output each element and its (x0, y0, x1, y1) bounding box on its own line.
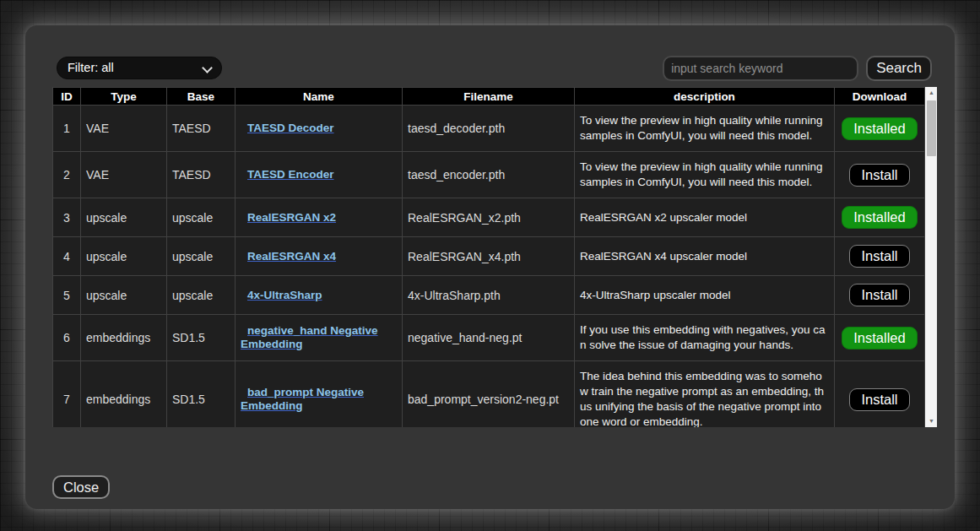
col-header-name: Name (236, 88, 403, 106)
table-row: 2VAETAESDTAESD Encodertaesd_encoder.pthT… (53, 152, 925, 198)
search-button[interactable]: Search (866, 56, 932, 81)
cell-base: TAESD (167, 152, 236, 198)
cell-name: 4x-UltraSharp (236, 276, 403, 315)
table-body: 1VAETAESDTAESD Decodertaesd_decoder.pthT… (53, 106, 925, 428)
cell-description: RealESRGAN x4 upscaler model (575, 237, 835, 276)
cell-name: RealESRGAN x4 (236, 237, 403, 276)
cell-description: 4x-UltraSharp upscaler model (575, 276, 835, 315)
installed-button[interactable]: Installed (842, 206, 917, 229)
cell-type: embeddings (81, 361, 167, 428)
cell-download: Installed (835, 106, 925, 152)
cell-description: To view the preview in high quality whil… (575, 152, 835, 198)
table-scrollbar[interactable]: ▲ ▼ (925, 87, 937, 427)
cell-base: upscale (167, 198, 236, 237)
cell-description: If you use this embedding with negatives… (575, 315, 835, 361)
table-row: 6embeddingsSD1.5negative_hand Negative E… (53, 315, 925, 361)
cell-description: To view the preview in high quality whil… (575, 106, 835, 152)
install-models-dialog: Filter: all Search ID Type Base Name Fil… (25, 25, 955, 509)
model-name-link[interactable]: negative_hand Negative Embedding (241, 324, 378, 350)
table-row: 3upscaleupscaleRealESRGAN x2RealESRGAN_x… (53, 198, 925, 237)
search-group: Search (663, 56, 932, 81)
cell-id: 6 (53, 315, 81, 361)
model-name-link[interactable]: TAESD Decoder (247, 122, 334, 134)
cell-description: The idea behind this embedding was to so… (575, 361, 835, 428)
model-name-link[interactable]: TAESD Encoder (247, 168, 334, 181)
table-row: 7embeddingsSD1.5bad_prompt Negative Embe… (53, 361, 925, 428)
cell-name: RealESRGAN x2 (236, 198, 403, 237)
cell-download: Install (835, 361, 925, 428)
cell-download: Installed (835, 315, 925, 361)
search-input[interactable] (663, 56, 858, 81)
models-table-container: ID Type Base Name Filename description D… (52, 87, 937, 427)
cell-name: bad_prompt Negative Embedding (236, 361, 403, 428)
cell-name: negative_hand Negative Embedding (236, 315, 403, 361)
cell-id: 3 (53, 198, 81, 237)
cell-base: SD1.5 (167, 361, 236, 428)
cell-type: embeddings (81, 315, 167, 361)
cell-type: upscale (81, 276, 167, 315)
scrollbar-down-arrow-icon[interactable]: ▼ (925, 415, 937, 427)
install-button[interactable]: Install (849, 245, 909, 268)
cell-id: 1 (53, 106, 81, 152)
cell-filename: 4x-UltraSharp.pth (403, 276, 575, 315)
table-header-row: ID Type Base Name Filename description D… (53, 88, 925, 106)
install-button[interactable]: Install (849, 284, 909, 306)
cell-type: upscale (81, 237, 167, 276)
cell-type: upscale (81, 198, 167, 237)
cell-filename: bad_prompt_version2-neg.pt (403, 361, 575, 428)
model-name-link[interactable]: RealESRGAN x2 (247, 211, 336, 224)
col-header-filename: Filename (403, 88, 575, 106)
close-button[interactable]: Close (52, 475, 110, 499)
col-header-id: ID (53, 88, 81, 106)
models-table: ID Type Base Name Filename description D… (52, 87, 925, 427)
cell-type: VAE (81, 106, 167, 152)
cell-id: 4 (53, 237, 81, 276)
cell-name: TAESD Decoder (236, 106, 403, 152)
cell-filename: RealESRGAN_x4.pth (403, 237, 575, 276)
chevron-down-icon (202, 62, 213, 73)
cell-filename: taesd_decoder.pth (403, 106, 575, 152)
model-name-link[interactable]: bad_prompt Negative Embedding (241, 386, 364, 412)
cell-id: 7 (53, 361, 81, 428)
cell-base: upscale (167, 237, 236, 276)
cell-base: TAESD (167, 106, 236, 152)
cell-filename: RealESRGAN_x2.pth (403, 198, 575, 237)
model-name-link[interactable]: 4x-UltraSharp (247, 289, 322, 301)
cell-download: Installed (835, 198, 925, 237)
col-header-description: description (575, 88, 835, 106)
installed-button[interactable]: Installed (842, 327, 917, 349)
table-row: 4upscaleupscaleRealESRGAN x4RealESRGAN_x… (53, 237, 925, 276)
cell-download: Install (835, 237, 925, 276)
model-name-link[interactable]: RealESRGAN x4 (247, 250, 336, 263)
installed-button[interactable]: Installed (842, 117, 917, 140)
table-row: 5upscaleupscale4x-UltraSharp4x-UltraShar… (53, 276, 925, 315)
cell-download: Install (835, 276, 925, 315)
cell-id: 5 (53, 276, 81, 315)
scrollbar-up-arrow-icon[interactable]: ▲ (925, 87, 937, 99)
col-header-download: Download (835, 88, 925, 106)
table-row: 1VAETAESDTAESD Decodertaesd_decoder.pthT… (53, 106, 925, 152)
cell-type: VAE (81, 152, 167, 198)
cell-base: upscale (167, 276, 236, 315)
filter-select-value: Filter: all (68, 61, 114, 74)
cell-filename: taesd_encoder.pth (403, 152, 575, 198)
filter-select[interactable]: Filter: all (57, 57, 222, 79)
cell-filename: negative_hand-neg.pt (403, 315, 575, 361)
cell-download: Install (835, 152, 925, 198)
cell-base: SD1.5 (167, 315, 236, 361)
cell-id: 2 (53, 152, 81, 198)
cell-description: RealESRGAN x2 upscaler model (575, 198, 835, 237)
col-header-base: Base (167, 88, 236, 106)
scrollbar-thumb[interactable] (927, 100, 936, 156)
cell-name: TAESD Encoder (236, 152, 403, 198)
install-button[interactable]: Install (849, 164, 909, 187)
install-button[interactable]: Install (849, 388, 909, 411)
col-header-type: Type (81, 88, 167, 106)
